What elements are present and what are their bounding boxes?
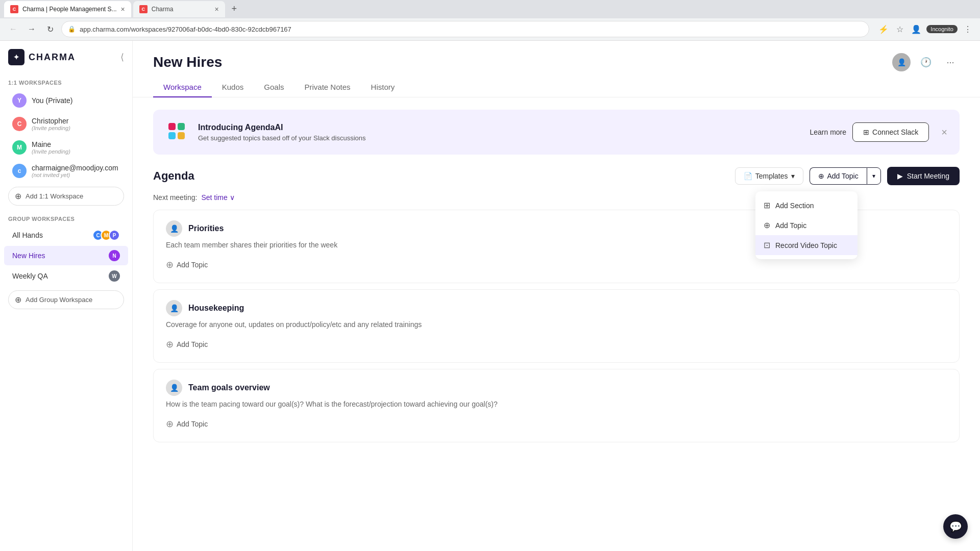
add-topic-main-button[interactable]: ⊕ Add Topic: [810, 167, 867, 185]
connect-slack-label: Connect Slack: [872, 128, 918, 136]
browser-chrome: C Charma | People Management S... × C Ch…: [0, 0, 980, 41]
avatar-charmaigne: c: [12, 164, 27, 178]
back-button[interactable]: ←: [6, 22, 20, 36]
add-section-icon: ⊞: [764, 201, 770, 210]
set-time-link[interactable]: Set time ∨: [201, 193, 234, 202]
agenda-header: Agenda 📄 Templates ▾ ⊕ Add Topic ▾: [133, 155, 980, 191]
add-topic-inline-team-goals[interactable]: ⊕ Add Topic: [166, 416, 947, 432]
sidebar-item-you[interactable]: Y You (Private): [4, 89, 128, 112]
agenda-ai-banner: Introducing AgendaAI Get suggested topic…: [153, 110, 960, 155]
tab1-close[interactable]: ×: [121, 5, 125, 13]
page-title: New Hires: [153, 54, 222, 70]
start-meeting-button[interactable]: ▶ Start Meeting: [887, 167, 960, 185]
sidebar-toggle-button[interactable]: ⟨: [120, 52, 124, 63]
tab-history[interactable]: History: [361, 78, 405, 97]
svg-rect-1: [168, 132, 176, 139]
sidebar-item-charmaigne[interactable]: c charmaigne@moodjoy.com (not invited ye…: [4, 160, 128, 182]
main-header: New Hires 👤 🕐 ···: [133, 41, 980, 71]
sidebar-item-maine[interactable]: M Maine (Invite pending): [4, 136, 128, 159]
start-meeting-icon: ▶: [897, 172, 903, 180]
address-bar[interactable]: 🔒 app.charma.com/workspaces/927006af-b0d…: [61, 21, 869, 37]
extensions-button[interactable]: ⚡: [877, 23, 890, 35]
add-group-label: Add Group Workspace: [26, 296, 92, 304]
dropdown-record-video[interactable]: ⊡ Record Video Topic: [755, 235, 857, 255]
sidebar-item-charmaigne-info: charmaigne@moodjoy.com (not invited yet): [32, 164, 118, 178]
profile-button[interactable]: 👤: [910, 23, 922, 35]
add-topic-dropdown-button[interactable]: ▾: [867, 167, 881, 185]
browser-tab-1[interactable]: C Charma | People Management S... ×: [4, 1, 131, 17]
sidebar-item-you-name: You (Private): [32, 96, 72, 105]
templates-label: Templates: [755, 172, 788, 180]
forward-button[interactable]: →: [24, 22, 39, 36]
dropdown-record-video-label: Record Video Topic: [775, 241, 837, 249]
avatar-allhands-p: P: [109, 230, 120, 241]
templates-button[interactable]: 📄 Templates ▾: [735, 167, 803, 185]
section-label-1on1: 1:1 Workspaces: [0, 73, 132, 89]
more-button[interactable]: ⋮: [962, 23, 974, 35]
sidebar-item-weeklyqa[interactable]: Weekly QA W: [4, 266, 128, 286]
browser-tab-2[interactable]: C Charma ×: [133, 1, 225, 17]
agenda-item-housekeeping-header: 👤 Housekeeping: [166, 300, 947, 316]
avatar-maine: M: [12, 140, 27, 155]
sidebar-item-newhires[interactable]: New Hires N: [4, 246, 128, 265]
add-topic-dropdown-menu: ⊞ Add Section ⊕ Add Topic ⊡ Record Video…: [755, 191, 857, 259]
svg-rect-3: [178, 132, 185, 139]
avatar-you: Y: [12, 93, 27, 108]
agenda-item-housekeeping-avatar: 👤: [166, 300, 182, 316]
lock-icon: 🔒: [68, 26, 76, 33]
add-1on1-workspace-button[interactable]: ⊕ Add 1:1 Workspace: [8, 187, 124, 206]
tab-kudos[interactable]: Kudos: [212, 78, 254, 97]
agenda-item-team-goals-desc: How is the team pacing toward our goal(s…: [166, 400, 947, 408]
agenda-item-housekeeping: 👤 Housekeeping Coverage for anyone out, …: [153, 289, 960, 363]
add-topic-chevron-icon: ▾: [872, 172, 875, 180]
add-topic-plus-inline-icon-2: ⊕: [166, 339, 174, 350]
browser-actions: ⚡ ☆ 👤 Incognito ⋮: [877, 23, 974, 35]
learn-more-link[interactable]: Learn more: [810, 128, 846, 136]
main-content: New Hires 👤 🕐 ··· Workspace Kudos Goals …: [133, 41, 980, 551]
section-label-group: Group Workspaces: [0, 210, 132, 225]
dropdown-add-topic[interactable]: ⊕ Add Topic: [755, 215, 857, 235]
agenda-item-team-goals-title: Team goals overview: [188, 383, 270, 392]
browser-tab-bar: C Charma | People Management S... × C Ch…: [0, 0, 980, 18]
set-time-chevron-icon: ∨: [230, 193, 235, 202]
sidebar-item-christopher[interactable]: C Christopher (Invite pending): [4, 113, 128, 135]
svg-rect-0: [168, 123, 176, 130]
add-group-workspace-button[interactable]: ⊕ Add Group Workspace: [8, 290, 124, 309]
banner-actions: Learn more ⊞ Connect Slack: [810, 122, 929, 142]
logo: ✦ CHARMA: [8, 49, 76, 65]
logo-text: CHARMA: [29, 52, 76, 63]
banner-close-button[interactable]: ×: [941, 127, 947, 138]
tab-goals[interactable]: Goals: [254, 78, 294, 97]
add-topic-plus-inline-icon: ⊕: [166, 259, 174, 270]
tab-workspace[interactable]: Workspace: [153, 78, 212, 97]
new-tab-button[interactable]: +: [227, 2, 241, 16]
tab2-close[interactable]: ×: [215, 5, 219, 13]
sidebar-item-allhands[interactable]: All Hands C M P: [4, 226, 128, 245]
history-icon-button[interactable]: 🕐: [917, 53, 935, 71]
bookmark-button[interactable]: ☆: [894, 23, 906, 35]
templates-icon: 📄: [744, 172, 752, 180]
ellipsis-icon: ···: [946, 57, 954, 68]
header-avatar[interactable]: 👤: [892, 53, 911, 71]
logo-icon: ✦: [8, 49, 24, 65]
dropdown-add-section[interactable]: ⊞ Add Section: [755, 195, 857, 215]
add-topic-plus-inline-icon-3: ⊕: [166, 418, 174, 430]
plus-icon: ⊕: [15, 191, 21, 201]
avatar-christopher: C: [12, 117, 27, 131]
chat-bubble-button[interactable]: 💬: [943, 514, 968, 539]
add-topic-inline-housekeeping[interactable]: ⊕ Add Topic: [166, 337, 947, 352]
connect-slack-button[interactable]: ⊞ Connect Slack: [852, 122, 929, 142]
templates-chevron-icon: ▾: [791, 172, 795, 180]
incognito-badge: Incognito: [926, 25, 958, 33]
banner-text: Introducing AgendaAI Get suggested topic…: [198, 123, 801, 142]
agenda-item-team-goals-avatar: 👤: [166, 380, 182, 396]
tab1-label: Charma | People Management S...: [22, 6, 117, 13]
tab-private-notes[interactable]: Private Notes: [295, 78, 361, 97]
reload-button[interactable]: ↻: [43, 22, 57, 36]
add-topic-icon: ⊕: [764, 220, 770, 230]
agenda-item-team-goals: 👤 Team goals overview How is the team pa…: [153, 369, 960, 442]
tab2-label: Charma: [152, 6, 174, 13]
add-topic-inline-priorities[interactable]: ⊕ Add Topic: [166, 257, 947, 272]
sidebar: ✦ CHARMA ⟨ 1:1 Workspaces Y You (Private…: [0, 41, 133, 551]
more-options-button[interactable]: ···: [941, 53, 960, 71]
